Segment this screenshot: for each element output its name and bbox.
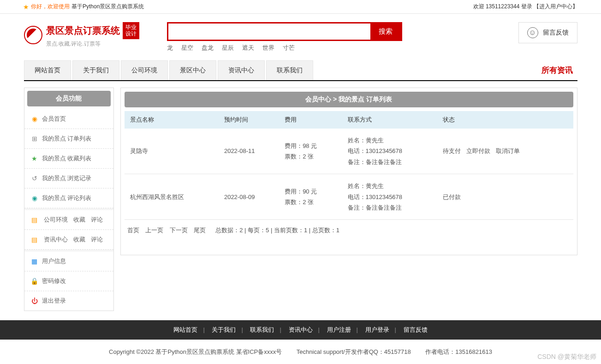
lock-icon: 🔒 (31, 277, 38, 285)
logo-area[interactable]: 景区景点订票系统 毕业 设计 景点.收藏.评论.订票等 (24, 22, 139, 48)
sidebar-password[interactable]: 🔒密码修改 (24, 271, 113, 291)
table-row: 灵隐寺 2022-08-11 费用：98 元票数：2 张 姓名：黄先生电话：13… (125, 129, 573, 174)
logo-icon (24, 26, 42, 44)
star-icon: ★ (31, 155, 38, 162)
site-name: 基于Python景区景点购票系统 (71, 3, 144, 11)
tech-support: Technical support/开发作者QQ：45157718 (297, 348, 411, 355)
hotword[interactable]: 遮天 (242, 44, 254, 52)
sidebar-logout[interactable]: ⏻退出登录 (24, 291, 113, 311)
breadcrumb: 会员中心 > 我的景点 订单列表 (125, 92, 573, 107)
hotword[interactable]: 寸芒 (283, 44, 295, 52)
sidebar-news-center[interactable]: ▤资讯中心收藏评论 (24, 230, 113, 250)
nav-scenic[interactable]: 景区中心 (169, 60, 216, 80)
list-icon: ▤ (31, 216, 38, 223)
dot-icon: ◉ (31, 115, 38, 123)
fnav-about[interactable]: 关于我们 (212, 326, 236, 333)
cell-date: 2022-08-11 (219, 129, 279, 174)
pager-next[interactable]: 下一页 (170, 227, 188, 234)
sidebar-comments[interactable]: ◉我的景点 评论列表 (24, 188, 113, 208)
list-icon: ▤ (31, 236, 38, 243)
status-text: 待支付 (443, 147, 461, 154)
history-icon: ↺ (31, 175, 38, 182)
content: 会员中心 > 我的景点 订单列表 景点名称 预约时间 费用 联系方式 状态 灵隐… (120, 88, 577, 255)
sidebar: 会员功能 ◉会员首页 ⊞我的景点 订单列表 ★我的景点 收藏列表 ↺我的景点 浏… (24, 88, 114, 311)
search-input[interactable] (168, 23, 370, 40)
status-text: 已付款 (443, 194, 461, 200)
hot-words: 龙 星空 盘龙 星辰 遮天 世界 寸芒 (167, 44, 491, 52)
pager-prev[interactable]: 上一页 (145, 227, 163, 234)
th-status: 状态 (437, 111, 573, 129)
cell-status: 已付款 (437, 174, 573, 220)
fnav-login[interactable]: 用户登录 (365, 326, 389, 333)
sidebar-company-env[interactable]: ▤公司环境收藏评论 (24, 210, 113, 230)
search-area: 搜索 龙 星空 盘龙 星辰 遮天 世界 寸芒 (167, 22, 491, 52)
cell-status: 待支付立即付款取消订单 (437, 129, 573, 174)
fnav-register[interactable]: 用户注册 (327, 326, 351, 333)
order-table: 景点名称 预约时间 费用 联系方式 状态 灵隐寺 2022-08-11 费用：9… (125, 111, 573, 220)
hotword[interactable]: 星空 (181, 44, 193, 52)
power-icon: ⏻ (31, 297, 38, 305)
main: 会员功能 ◉会员首页 ⊞我的景点 订单列表 ★我的景点 收藏列表 ↺我的景点 浏… (24, 88, 577, 311)
header: 景区景点订票系统 毕业 设计 景点.收藏.评论.订票等 搜索 龙 星空 盘龙 星… (24, 14, 577, 56)
copyright: Copyright ©2022 基于Python景区景点购票系统 某省ICP备x… (109, 348, 282, 355)
star-icon: ★ (23, 3, 29, 11)
table-row: 杭州西湖风景名胜区 2022-08-09 费用：90 元票数：2 张 姓名：黄先… (125, 174, 573, 220)
grid-icon: ⊞ (31, 135, 38, 142)
nav-news[interactable]: 资讯中心 (218, 60, 265, 80)
cell-date: 2022-08-09 (219, 174, 279, 220)
search-button[interactable]: 搜索 (370, 23, 401, 40)
footer-nav: 网站首页| 关于我们| 联系我们| 资讯中心| 用户注册| 用户登录| 留言反馈 (0, 320, 601, 340)
cell-fee: 费用：98 元票数：2 张 (279, 129, 342, 174)
welcome-prefix: 你好，欢迎使用 (31, 3, 70, 11)
fnav-feedback[interactable]: 留言反馈 (404, 326, 428, 333)
pager-info: 总数据：2 | 每页：5 | 当前页数：1 | 总页数：1 (215, 227, 339, 234)
hotword[interactable]: 龙 (167, 44, 173, 52)
profile-icon: ▦ (31, 258, 38, 265)
logo-title: 景区景点订票系统 (46, 24, 120, 37)
pager-first[interactable]: 首页 (127, 227, 139, 234)
fnav-home[interactable]: 网站首页 (173, 326, 197, 333)
cell-contact: 姓名：黄先生电话：13012345678备注：备注备注备注 (342, 174, 438, 220)
fnav-news[interactable]: 资讯中心 (289, 326, 313, 333)
nav-about[interactable]: 关于我们 (72, 60, 119, 80)
th-fee: 费用 (279, 111, 342, 129)
pagination: 首页 上一页 下一页 尾页 总数据：2 | 每页：5 | 当前页数：1 | 总页… (125, 220, 573, 241)
cell-name: 杭州西湖风景名胜区 (125, 174, 219, 220)
all-news-link[interactable]: 所有资讯 (541, 65, 577, 76)
hotword[interactable]: 盘龙 (202, 44, 214, 52)
main-nav: 网站首页 关于我们 公司环境 景区中心 资讯中心 联系我们 (24, 60, 315, 80)
nav-company[interactable]: 公司环境 (121, 60, 168, 80)
headset-icon (527, 27, 538, 38)
cancel-order-link[interactable]: 取消订单 (496, 147, 520, 154)
logo-badge: 毕业 设计 (123, 22, 139, 39)
table-header-row: 景点名称 预约时间 费用 联系方式 状态 (125, 111, 573, 129)
sidebar-favorites[interactable]: ★我的景点 收藏列表 (24, 149, 113, 169)
hotword[interactable]: 星辰 (222, 44, 234, 52)
nav-wrap: 网站首页 关于我们 公司环境 景区中心 资讯中心 联系我们 所有资讯 (24, 60, 577, 81)
pay-now-link[interactable]: 立即付款 (466, 147, 490, 154)
topbar: ★ 你好，欢迎使用 基于Python景区景点购票系统 欢迎 1351122334… (0, 0, 601, 14)
topbar-right[interactable]: 欢迎 13511223344 登录 【进入用户中心】 (473, 3, 578, 11)
cell-fee: 费用：90 元票数：2 张 (279, 174, 342, 220)
sidebar-title: 会员功能 (27, 91, 111, 106)
feedback-label: 留言反馈 (543, 29, 569, 37)
nav-contact[interactable]: 联系我们 (266, 60, 313, 80)
cell-contact: 姓名：黄先生电话：13012345678备注：备注备注备注 (342, 129, 438, 174)
cell-name: 灵隐寺 (125, 129, 219, 174)
hotword[interactable]: 世界 (262, 44, 274, 52)
pager-last[interactable]: 尾页 (194, 227, 206, 234)
nav-home[interactable]: 网站首页 (24, 60, 71, 80)
th-contact: 联系方式 (342, 111, 438, 129)
search-box: 搜索 (167, 22, 402, 41)
feedback-button[interactable]: 留言反馈 (518, 22, 577, 43)
dot-icon: ◉ (31, 194, 38, 202)
sidebar-history[interactable]: ↺我的景点 浏览记录 (24, 169, 113, 188)
footer-info: Copyright ©2022 基于Python景区景点购票系统 某省ICP备x… (0, 340, 601, 364)
th-name: 景点名称 (125, 111, 219, 129)
sidebar-user-info[interactable]: ▦用户信息 (24, 252, 113, 271)
author-phone: 作者电话：13516821613 (425, 348, 492, 355)
sidebar-member-home[interactable]: ◉会员首页 (24, 109, 113, 129)
fnav-contact[interactable]: 联系我们 (250, 326, 274, 333)
sidebar-orders[interactable]: ⊞我的景点 订单列表 (24, 129, 113, 149)
watermark: CSDN @黄菊华老师 (537, 353, 596, 361)
